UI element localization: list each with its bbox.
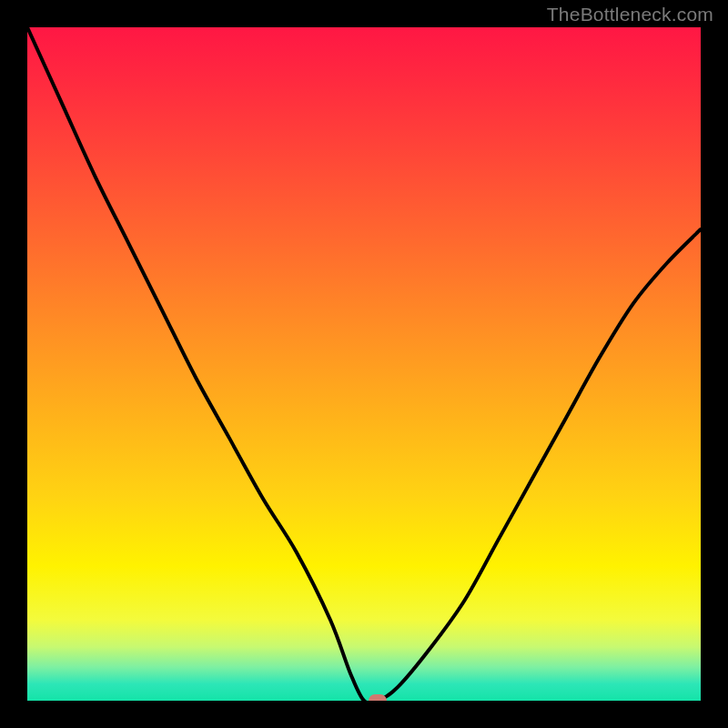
bottleneck-curve (27, 27, 701, 701)
optimum-marker (369, 694, 387, 701)
plot-area (27, 27, 701, 701)
watermark-text: TheBottleneck.com (547, 4, 713, 25)
curve-svg (27, 27, 701, 701)
chart-frame: TheBottleneck.com (0, 0, 728, 728)
